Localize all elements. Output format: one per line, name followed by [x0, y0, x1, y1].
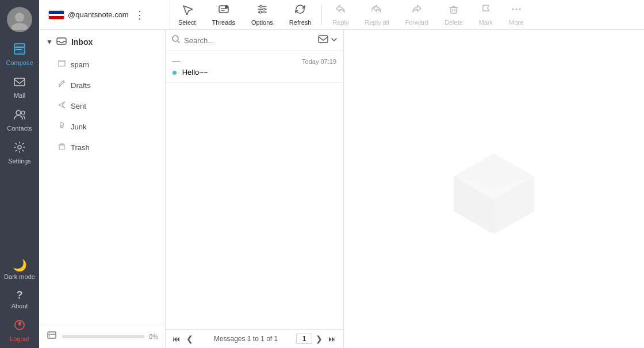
sidebar-item-logout[interactable]: Logout	[0, 313, 39, 346]
svg-point-14	[259, 11, 262, 13]
main-area: @quantsnote.com ⋮ Select	[39, 0, 644, 348]
filter-dropdown-icon[interactable]	[331, 35, 338, 45]
sidebar-item-mail[interactable]: Mail	[0, 70, 39, 102]
threads-button[interactable]: Threads	[204, 0, 243, 29]
more-label: More	[509, 19, 523, 26]
filter-envelope-icon[interactable]	[318, 35, 328, 46]
inbox-icon	[56, 36, 67, 48]
folder-item-sent-label: Sent	[71, 102, 86, 110]
toolbar-separator	[321, 5, 322, 25]
trash-icon	[57, 142, 66, 152]
pagination-first-prev: ⏮︎ ❮	[170, 333, 195, 345]
svg-rect-4	[14, 78, 25, 86]
folder-item-drafts[interactable]: Drafts	[39, 75, 165, 95]
preview-panel	[344, 30, 644, 348]
reply-all-label: Reply all	[365, 19, 389, 26]
email-search-bar	[166, 30, 343, 51]
email-pagination: ⏮︎ ❮ Messages 1 to 1 of 1 ❯ ⏭︎	[166, 329, 343, 348]
reply-icon	[335, 3, 346, 18]
inbox-chevron-icon: ▼	[46, 38, 53, 46]
svg-point-23	[49, 335, 50, 336]
svg-rect-25	[319, 36, 328, 43]
pagination-page-controls: ❯ ⏭︎	[296, 333, 339, 345]
delete-button[interactable]: Delete	[436, 0, 471, 29]
storage-bar-wrap	[62, 335, 144, 338]
select-icon	[181, 3, 193, 18]
sidebar-item-about[interactable]: ? About	[0, 284, 39, 313]
sidebar: Compose Mail Contacts S	[0, 0, 39, 348]
svg-rect-21	[59, 145, 64, 150]
svg-point-16	[512, 9, 513, 10]
compose-icon	[13, 43, 26, 58]
delete-icon	[448, 3, 459, 18]
inbox-header[interactable]: ▼ Inbox	[39, 30, 165, 54]
svg-point-7	[18, 146, 21, 149]
sidebar-item-darkmode-label: Dark mode	[4, 273, 35, 280]
sidebar-item-compose-label: Compose	[6, 59, 33, 66]
sidebar-item-settings[interactable]: Settings	[0, 135, 39, 168]
toolbar: @quantsnote.com ⋮ Select	[39, 0, 644, 30]
email-subject-text: Hello~~	[182, 68, 208, 77]
account-more-button[interactable]: ⋮	[135, 9, 145, 21]
sidebar-item-compose[interactable]: Compose	[0, 37, 39, 70]
storage-percent: 0%	[149, 333, 158, 340]
more-button[interactable]: More	[501, 0, 531, 29]
account-section: @quantsnote.com ⋮	[44, 0, 170, 29]
email-subject: Hello~~	[172, 68, 336, 77]
folder-item-spam[interactable]: spam	[39, 54, 165, 75]
account-flag	[48, 10, 64, 20]
sidebar-item-mail-label: Mail	[14, 92, 25, 99]
select-label: Select	[178, 19, 196, 26]
svg-point-6	[21, 111, 25, 114]
logout-icon	[13, 319, 26, 334]
email-item-header: — Today 07:19	[172, 57, 336, 66]
svg-rect-15	[451, 7, 457, 13]
search-input[interactable]	[184, 36, 315, 45]
svg-point-12	[260, 5, 262, 7]
options-label: Options	[251, 19, 273, 26]
mark-button[interactable]: Mark	[471, 0, 501, 29]
account-email: @quantsnote.com	[68, 10, 129, 19]
sidebar-item-contacts-label: Contacts	[7, 125, 32, 132]
next-page-button[interactable]: ❯	[313, 333, 325, 345]
reply-all-icon	[371, 3, 384, 18]
toolbar-left-actions: Select Threads	[170, 0, 639, 29]
forward-label: Forward	[405, 19, 428, 26]
storage-footer: 0%	[39, 324, 165, 348]
email-item[interactable]: — Today 07:19 Hello~~	[166, 51, 343, 83]
search-icon	[171, 35, 181, 46]
sent-icon	[57, 101, 66, 111]
select-button[interactable]: Select	[170, 0, 204, 29]
sidebar-item-about-label: About	[12, 303, 28, 309]
drafts-icon	[57, 80, 66, 90]
svg-rect-22	[48, 332, 56, 338]
threads-label: Threads	[212, 19, 235, 26]
forward-button[interactable]: Forward	[397, 0, 436, 29]
reply-button[interactable]: Reply	[324, 0, 356, 29]
moon-icon: 🌙	[13, 258, 27, 272]
folder-item-sent[interactable]: Sent	[39, 95, 165, 116]
last-page-button[interactable]: ⏭︎	[326, 333, 339, 345]
prev-page-button[interactable]: ❮	[184, 333, 195, 345]
mark-icon	[480, 3, 492, 18]
page-number-input[interactable]	[296, 334, 312, 344]
folder-panel: ▼ Inbox spam	[39, 30, 166, 348]
threads-icon	[218, 3, 229, 18]
options-button[interactable]: Options	[243, 0, 281, 29]
svg-point-0	[15, 13, 24, 22]
folder-item-junk[interactable]: Junk	[39, 116, 165, 137]
unread-dot	[172, 71, 177, 75]
sidebar-item-contacts[interactable]: Contacts	[0, 102, 39, 135]
first-page-button[interactable]: ⏮︎	[170, 333, 183, 345]
reply-all-button[interactable]: Reply all	[357, 0, 397, 29]
sidebar-item-darkmode[interactable]: 🌙 Dark mode	[0, 253, 39, 284]
folder-item-trash[interactable]: Trash	[39, 137, 165, 158]
contacts-icon	[13, 108, 26, 124]
refresh-button[interactable]: Refresh	[281, 0, 320, 29]
reply-label: Reply	[332, 19, 348, 26]
forward-icon	[411, 3, 423, 18]
pagination-summary: Messages 1 to 1 of 1	[214, 335, 278, 343]
folder-item-spam-label: spam	[71, 60, 89, 69]
inbox-label: Inbox	[71, 37, 93, 47]
more-icon	[511, 3, 522, 18]
